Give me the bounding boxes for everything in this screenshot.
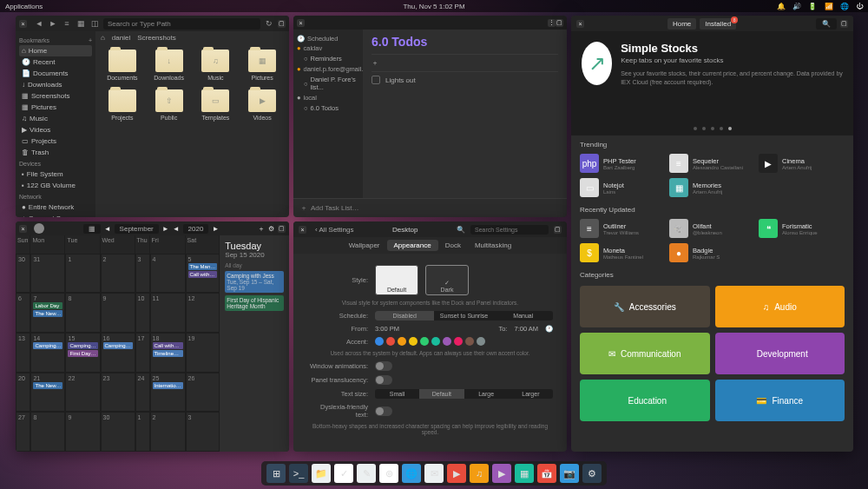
maximize-button[interactable]: ▢ bbox=[554, 226, 562, 234]
applications-menu[interactable]: Applications bbox=[5, 3, 43, 10]
calendar-cell[interactable]: 4 bbox=[150, 254, 186, 294]
calendar-cell[interactable]: 17 bbox=[135, 333, 150, 373]
category-tile[interactable]: ✉Communication bbox=[580, 333, 710, 374]
calendar-cell[interactable]: 13 bbox=[16, 333, 30, 373]
next-year-icon[interactable]: ► bbox=[212, 225, 219, 233]
tab-appearance[interactable]: Appearance bbox=[387, 240, 438, 251]
close-button[interactable]: × bbox=[19, 20, 27, 28]
next-month-icon[interactable]: ► bbox=[162, 225, 169, 233]
sidebar-item-volume[interactable]: ▪122 GB Volume bbox=[19, 180, 92, 191]
app-item[interactable]: ●BadgieRajkumar S bbox=[669, 243, 755, 262]
dock-app-icon[interactable]: 📷 bbox=[560, 464, 579, 483]
clock[interactable]: Thu, Nov 5 1:02 PM bbox=[403, 3, 464, 10]
category-tile[interactable]: ♫Audio bbox=[715, 286, 845, 327]
add-task-row[interactable]: ＋ bbox=[372, 54, 558, 71]
tab-wallpaper[interactable]: Wallpaper bbox=[342, 240, 387, 251]
hero-banner[interactable]: ↗ Simple Stocks Keep tabs on your favori… bbox=[571, 31, 853, 135]
category-tile[interactable]: Development bbox=[715, 333, 845, 374]
folder-item[interactable]: ▦Pictures bbox=[240, 50, 284, 81]
tray-icon[interactable]: ⏻ bbox=[856, 3, 863, 10]
sidebar-item-connect[interactable]: +Connect Server… bbox=[19, 213, 92, 217]
calendar-cell[interactable]: 30 bbox=[101, 412, 135, 452]
calendar-cell[interactable]: 12 bbox=[186, 293, 220, 333]
from-time[interactable]: 3:00 PM bbox=[375, 325, 399, 333]
folder-item[interactable]: ↓Downloads bbox=[148, 50, 191, 81]
dock-app-icon[interactable]: ⊞ bbox=[266, 464, 286, 483]
crumb[interactable]: Screenshots bbox=[137, 34, 175, 42]
forward-icon[interactable]: ► bbox=[48, 19, 58, 28]
accent-swatch[interactable] bbox=[375, 337, 384, 346]
sidebar-item-videos[interactable]: ▶Videos bbox=[19, 124, 92, 135]
calendar-cell[interactable]: 15Camping…First Day… bbox=[65, 333, 100, 373]
calendar-cell[interactable]: 19 bbox=[186, 333, 220, 373]
account-header[interactable]: ●daniel.p.fore@gmail.c... bbox=[297, 65, 359, 73]
calendar-cell[interactable]: 8 bbox=[65, 293, 100, 333]
tray-icon[interactable]: 🔋 bbox=[808, 3, 817, 10]
calendar-cell[interactable]: 22 bbox=[65, 373, 100, 413]
close-button[interactable]: × bbox=[576, 20, 584, 28]
sidebar-item-pictures[interactable]: ▦Pictures bbox=[19, 102, 92, 113]
sidebar-item-music[interactable]: ♫Music bbox=[19, 113, 92, 124]
app-item[interactable]: ≡OutlinerTrevor Williams bbox=[580, 219, 666, 238]
back-icon[interactable]: ◄ bbox=[34, 19, 44, 28]
schedule-segment[interactable]: Disabled Sunset to Sunrise Manual bbox=[375, 311, 553, 320]
dock-app-icon[interactable]: ▶ bbox=[492, 464, 511, 483]
view-list-icon[interactable]: ≡ bbox=[62, 19, 72, 28]
calendar-cell[interactable]: 2 bbox=[101, 254, 135, 294]
account-header[interactable]: ●local bbox=[297, 94, 359, 102]
view-column-icon[interactable]: ◫ bbox=[89, 19, 100, 28]
accent-swatch[interactable] bbox=[477, 337, 485, 346]
calendar-cell[interactable]: 14Camping… bbox=[30, 333, 65, 373]
sidebar-item-screenshots[interactable]: ▦Screenshots bbox=[19, 90, 92, 102]
dys-toggle[interactable] bbox=[375, 406, 392, 416]
sidebar-item-documents[interactable]: 📄Documents bbox=[19, 68, 92, 79]
calendar-cell[interactable]: 11 bbox=[150, 293, 186, 333]
folder-item[interactable]: ⇧Public bbox=[148, 89, 191, 121]
dock-app-icon[interactable]: ⚙ bbox=[582, 464, 602, 483]
account-header[interactable]: ●caldav bbox=[297, 44, 359, 52]
calendar-cell[interactable]: 27 bbox=[16, 412, 30, 452]
carousel-dots[interactable] bbox=[694, 127, 732, 130]
tray-icon[interactable]: 🔊 bbox=[792, 3, 801, 10]
settings-icon[interactable]: ⚙ bbox=[268, 225, 274, 233]
close-button[interactable]: × bbox=[299, 226, 306, 234]
month-label[interactable]: September bbox=[115, 224, 159, 234]
dock-app-icon[interactable]: 📁 bbox=[312, 464, 331, 483]
sidebar-item-downloads[interactable]: ↓Downloads bbox=[19, 79, 92, 90]
prev-year-icon[interactable]: ◄ bbox=[173, 225, 180, 233]
calendar-cell[interactable]: 2 bbox=[150, 412, 186, 452]
menu-icon[interactable]: ⋮ bbox=[548, 19, 556, 27]
refresh-icon[interactable]: ↻ bbox=[264, 19, 274, 28]
sidebar-item-home[interactable]: ⌂Home bbox=[19, 45, 92, 56]
tray-icon[interactable]: 🔔 bbox=[777, 3, 786, 10]
sidebar-item-trash[interactable]: 🗑Trash bbox=[19, 147, 92, 158]
task-list-item[interactable]: ○Reminders bbox=[304, 54, 359, 63]
avatar-icon[interactable] bbox=[34, 223, 44, 234]
crumb[interactable]: daniel bbox=[112, 34, 130, 42]
tray-icon[interactable]: 🌐 bbox=[840, 3, 849, 10]
calendar-cell[interactable]: 5The Man…Call with… bbox=[186, 254, 220, 294]
category-tile[interactable]: Education bbox=[580, 380, 710, 421]
calendar-cell[interactable]: 6 bbox=[16, 293, 30, 333]
sidebar-item-network[interactable]: ●Entire Network bbox=[19, 202, 92, 213]
to-time[interactable]: 7:00 AM bbox=[514, 325, 538, 333]
side-event[interactable]: Camping with JessTue, Sep 15 – Sat, Sep … bbox=[225, 271, 284, 293]
calendar-cell[interactable]: 7Labor DayThe New… bbox=[30, 293, 65, 333]
prev-month-icon[interactable]: ◄ bbox=[104, 225, 111, 233]
today-button[interactable]: ▦ bbox=[83, 224, 101, 234]
accent-swatch[interactable] bbox=[454, 337, 463, 346]
checkbox[interactable] bbox=[372, 76, 380, 84]
maximize-button[interactable]: ▢ bbox=[556, 19, 563, 27]
dock-app-icon[interactable]: 📅 bbox=[537, 464, 556, 483]
accent-swatch[interactable] bbox=[409, 337, 418, 346]
installed-button[interactable]: Installed8 bbox=[700, 18, 736, 30]
view-grid-icon[interactable]: ▦ bbox=[76, 19, 86, 28]
app-item[interactable]: phpPHP TesterBart Zaalberg bbox=[580, 154, 666, 173]
accent-swatch[interactable] bbox=[443, 337, 451, 346]
accent-swatch[interactable] bbox=[420, 337, 429, 346]
style-dark-option[interactable]: ✓Dark bbox=[425, 265, 469, 295]
maximize-button[interactable]: ▢ bbox=[278, 225, 286, 233]
add-list-button[interactable]: ＋Add Task List… bbox=[293, 198, 567, 217]
folder-item[interactable]: ♫Music bbox=[194, 50, 238, 81]
crumb[interactable]: ⌂ bbox=[101, 34, 105, 42]
